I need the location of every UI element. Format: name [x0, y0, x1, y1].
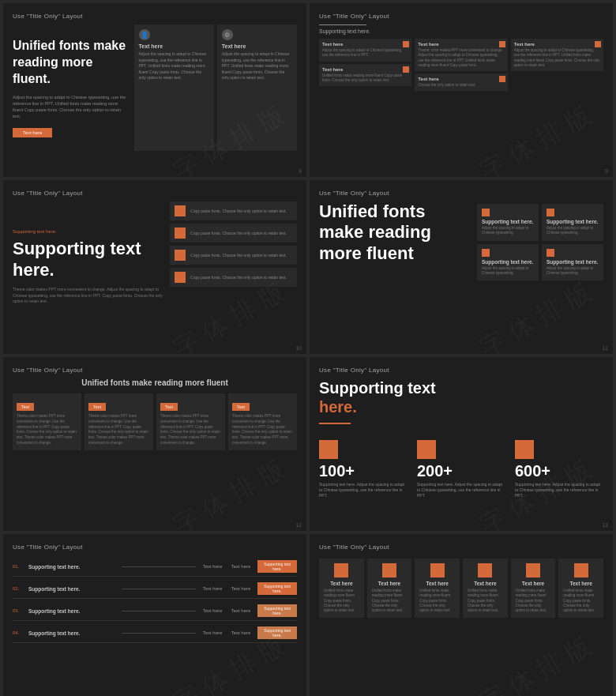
ic3-text: Unified fonts make reading more fluent C… [419, 589, 455, 613]
slide-2-page: 9 [605, 168, 608, 174]
stat-2-icon [417, 440, 436, 459]
mc2-text: Unified fonts make reading more fluent C… [322, 73, 408, 84]
card-1-label: Text here [139, 43, 209, 49]
mc1-text: Adjust the spacing to adapt to Chinese t… [322, 48, 408, 58]
icon-card-2: Text here Unified fonts make reading mor… [367, 559, 412, 618]
slide-3: Use "Title Only" Layout Supporting text … [3, 180, 306, 354]
slide-7: Use "Title Only" Layout 01. Supporting t… [3, 534, 306, 696]
col-card-4: Text Theme color makes PPT more convenie… [228, 393, 297, 450]
stat-1-num: 100+ [319, 462, 408, 480]
slide-3-desc: Theme color makes PPT more convenient to… [13, 287, 165, 305]
stat-2-label: Supporting text here. Adjust the spacing… [417, 482, 505, 498]
table-row-4: 04. Supporting text here. Text here Text… [13, 623, 297, 643]
cc2-text: Theme color makes PPT more convenient to… [88, 414, 149, 446]
slide-4-page: 11 [602, 345, 608, 351]
stat-1-label: Supporting text here. Adjust the spacing… [319, 482, 408, 498]
item-2-text: Copy paste fonts. Choose the only option… [190, 231, 287, 236]
mc4-title: Text here [418, 77, 504, 81]
slide-8-cards: Text here Unified fonts make reading mor… [319, 559, 603, 618]
ic5-img [526, 563, 540, 577]
card-2-text: Adjust the spacing to adapt to Chinese t… [222, 51, 292, 81]
grid-card-4: Supporting text here. Adjust the spacing… [542, 244, 603, 281]
gc3-title: Supporting text here. [482, 259, 534, 265]
item-1-text: Copy paste fonts. Choose the only option… [190, 209, 287, 214]
item-3-icon [175, 250, 186, 261]
slide-4-grid: Supporting text here. Adjust the spacing… [477, 204, 603, 280]
row1-title: Supporting text here. [28, 564, 117, 570]
icon-card-5: Text here Unified fonts make reading mor… [511, 559, 556, 618]
slide-3-left: Supporting text here. Supporting text he… [13, 201, 165, 333]
row4-col2: Text here [229, 630, 253, 635]
item-4-text: Copy paste fonts. Choose the only option… [190, 275, 287, 280]
row3-col1: Text here [201, 608, 224, 613]
slide-2-divider [319, 24, 366, 25]
card-1-text: Adjust the spacing to adapt to Chinese t… [139, 51, 209, 81]
col-card-2: Text Theme color makes PPT more convenie… [85, 393, 153, 450]
row4-badge: Supporting text here. [257, 626, 297, 639]
slide-4-heading: Unified fonts make reading more fluent [319, 201, 445, 264]
card-2-icon: ⚙ [222, 29, 233, 40]
slide-1-title: Use "Title Only" Layout [13, 13, 297, 20]
slide-3-item-2: Copy paste fonts. Choose the only option… [170, 224, 297, 243]
item-3-text: Copy paste fonts. Choose the only option… [190, 253, 287, 258]
table-row-1: 01. Supporting text here. Text here Text… [13, 557, 297, 577]
row1-badge: Supporting text here. [257, 560, 297, 573]
slide-4-title: Use "Title Only" Layout [319, 190, 603, 197]
ic6-title: Text here [563, 581, 599, 586]
slide-1-button[interactable]: Text here [13, 128, 52, 137]
gc3-sub: Adjust the spacing to adapt to Chinese t… [482, 266, 534, 277]
gc4-title: Supporting text here. [547, 259, 599, 265]
row4-title: Supporting text here. [28, 630, 117, 636]
row4-line [122, 633, 196, 634]
row2-title: Supporting text here. [28, 586, 117, 592]
slide-6-stats: 100+ Supporting text here. Adjust the sp… [319, 440, 603, 498]
gc2-sub: Adjust the spacing to adapt to Chinese t… [547, 226, 599, 236]
slide-6: Use "Title Only" Layout Supporting text … [310, 357, 613, 531]
slide-8: Use "Title Only" Layout Text here Unifie… [310, 534, 613, 696]
gc4-sub: Adjust the spacing to adapt to Chinese t… [547, 266, 599, 277]
row2-col2: Text here [229, 586, 253, 591]
slide-6-page: 13 [602, 522, 608, 528]
slide-2-title: Use "Title Only" Layout [319, 13, 603, 20]
ic3-img [430, 563, 445, 577]
ic5-text: Unified fonts make reading more fluent C… [516, 589, 551, 613]
slide-2-supporting: Supporting text here. [319, 28, 603, 34]
grid-card-1: Supporting text here. Adjust the spacing… [477, 204, 539, 241]
slide-7-title: Use "Title Only" Layout [13, 544, 297, 551]
slide-5-heading: Unified fonts make reading more fluent [13, 378, 297, 387]
slide-1-left: Unified fonts make reading more fluent. … [13, 24, 130, 151]
slide-3-item-3: Copy paste fonts. Choose the only option… [170, 246, 297, 265]
row2-line [122, 589, 196, 589]
slide-1: Use "Title Only" Layout Unified fonts ma… [3, 3, 306, 177]
row3-line [122, 611, 196, 611]
slide-1-right: 👤 Text here Adjust the spacing to adapt … [134, 24, 298, 151]
slide-3-heading: Supporting text here. [13, 239, 165, 280]
ic2-img [382, 563, 396, 577]
icon-card-3: Text here Unified fonts make reading mor… [415, 559, 460, 618]
cc2-badge: Text [88, 403, 106, 411]
row1-col2: Text here [229, 564, 253, 569]
slide-3-item-4: Copy paste fonts. Choose the only option… [170, 268, 297, 287]
slide-2-card-3: Text here Theme: color makes PPT more co… [415, 39, 507, 71]
mc3-text: Theme: color makes PPT more convenient t… [418, 48, 504, 68]
cc1-badge: Text [17, 403, 34, 411]
mc4-text: Choose the only option to retain text. [418, 83, 504, 88]
row1-num: 01. [13, 564, 24, 569]
row2-badge: Supporting text here. [257, 582, 297, 595]
badge-1 [403, 41, 409, 47]
cc4-badge: Text [232, 403, 250, 411]
row1-col1: Text here [201, 564, 224, 569]
row3-num: 03. [13, 608, 24, 613]
badge-2 [403, 66, 409, 73]
slide-1-subtext: Adjust the spacing to adapt to Chinese t… [13, 94, 130, 120]
slide-2-col-1: Text here Adjust the spacing to adapt to… [319, 39, 411, 91]
ic5-title: Text here [516, 581, 551, 586]
row3-title: Supporting text here. [28, 608, 117, 614]
stat-3: 600+ Supporting text here. Adjust the sp… [515, 440, 603, 498]
ic4-text: Unified fonts make reading more fluent C… [468, 589, 503, 613]
slide-3-right: Copy paste fonts. Choose the only option… [170, 201, 297, 333]
gc2-title: Supporting text here. [547, 219, 599, 224]
grid-card-2: Supporting text here. Adjust the spacing… [542, 204, 603, 241]
row1-line [122, 566, 196, 567]
slide-5-page: 12 [295, 522, 302, 528]
